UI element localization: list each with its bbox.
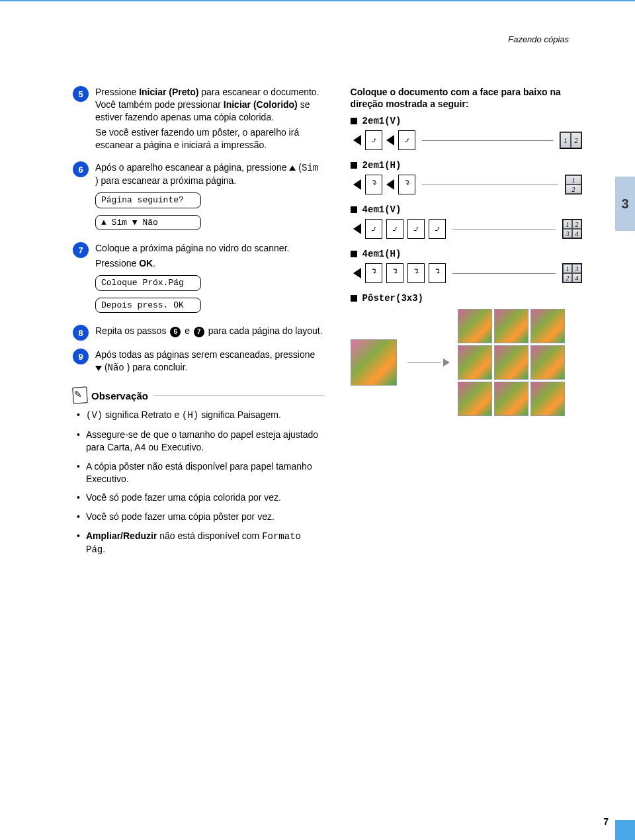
text: Após o aparelho escanear a página, press… <box>95 162 289 173</box>
text: . <box>103 544 105 554</box>
right-column: Coloque o documento com a face para baix… <box>351 86 582 563</box>
poster-tile <box>530 309 565 343</box>
step-9: 9 Após todas as páginas serem escaneadas… <box>73 349 324 377</box>
doc-icon: ⤴ <box>365 130 382 150</box>
poster-tile <box>494 382 529 416</box>
diagram-2em1v: ⤴ ⤴ 1 2 <box>353 130 582 150</box>
cell: 2 <box>571 132 581 148</box>
text: significa Paisagem. <box>201 409 281 420</box>
step-7: 7 Coloque a próxima página no vidro do s… <box>73 242 324 317</box>
option-poster: Pôster(3x3) <box>351 292 582 304</box>
option-4em1h: 4em1(H) <box>351 248 582 259</box>
text: Pressione <box>95 258 139 269</box>
lcd-display: Depois press. OK <box>95 298 201 314</box>
poster-tile <box>458 309 492 343</box>
poster-tile <box>458 345 492 380</box>
doc-icon: ⤴ <box>429 219 446 239</box>
cell: 1 <box>563 264 572 273</box>
option-label: 4em1(H) <box>362 249 402 259</box>
mono-text: Sim <box>302 163 318 173</box>
doc-icon: ⤴ <box>386 219 403 239</box>
doc-icon: ⤵ <box>407 263 425 283</box>
footer-bar <box>615 820 635 840</box>
step-5: 5 Pressione Iniciar (Preto) para escanea… <box>73 86 324 153</box>
left-column: 5 Pressione Iniciar (Preto) para escanea… <box>73 86 324 563</box>
layout-grid: 1 2 <box>560 132 582 149</box>
note-divider <box>153 396 324 396</box>
text: ) para concluir. <box>127 362 188 372</box>
cell: 3 <box>572 264 581 273</box>
page-content: 5 Pressione Iniciar (Preto) para escanea… <box>0 1 635 576</box>
cell: 2 <box>572 220 581 229</box>
left-arrow-icon <box>386 179 394 190</box>
poster-tile <box>494 345 529 380</box>
arrow-icon <box>405 358 450 366</box>
bullet-icon <box>351 118 357 124</box>
diagram-poster <box>351 309 582 416</box>
layout-grid: 1 2 <box>565 175 582 194</box>
cell: 1 <box>563 220 572 229</box>
layout-grid: 1 3 2 4 <box>562 263 582 283</box>
lcd-display: Coloque Próx.Pág <box>95 275 201 291</box>
doc-icon: ⤵ <box>365 263 382 283</box>
option-label: 2em1(V) <box>362 116 402 126</box>
bullet-icon <box>351 206 357 213</box>
option-2em1v: 2em1(V) <box>351 115 582 126</box>
text: Após todas as páginas serem escaneadas, … <box>95 349 315 360</box>
step-8: 8 Repita os passos 6 e 7 para cada págin… <box>73 325 324 341</box>
diagram-4em1h: ⤵ ⤵ ⤵ ⤵ 1 3 2 4 <box>353 263 582 283</box>
cell: 1 <box>560 132 571 148</box>
list-item: Você só pode fazer uma cópia colorida po… <box>77 491 324 504</box>
step-6: 6 Após o aparelho escanear a página, pre… <box>73 161 324 234</box>
note-title: Observação <box>91 390 148 401</box>
bullet-icon <box>351 251 357 257</box>
cell: 1 <box>566 175 581 185</box>
doc-icon: ⤴ <box>365 219 382 239</box>
doc-icon: ⤴ <box>398 130 415 150</box>
left-arrow-icon <box>353 135 361 146</box>
text: para cada página do layout. <box>208 325 323 336</box>
lcd-display: ▲ Sim ▼ Não <box>95 215 201 231</box>
text-bold: OK <box>139 258 153 269</box>
text-bold: Iniciar (Colorido) <box>224 99 298 110</box>
cell: 4 <box>572 229 581 238</box>
option-4em1v: 4em1(V) <box>351 204 582 215</box>
bullet-icon <box>351 295 357 302</box>
note-heading: Observação <box>73 389 324 403</box>
page-number: 7 <box>603 816 609 827</box>
step-number: 9 <box>73 349 89 364</box>
poster-tile <box>530 345 565 380</box>
step-number: 7 <box>73 242 89 258</box>
mono-text: (H) <box>182 410 198 421</box>
note-list: (V) significa Retrato e (H) significa Pa… <box>73 409 324 556</box>
doc-icon: ⤵ <box>429 263 446 283</box>
text-bold: Ampliar/Reduzir <box>86 530 157 541</box>
poster-tile <box>458 382 492 416</box>
step-number: 5 <box>73 86 89 102</box>
text: . <box>153 258 155 269</box>
left-arrow-icon <box>386 135 394 146</box>
left-arrow-icon <box>353 268 361 278</box>
mono-text: Não <box>108 362 124 373</box>
doc-icon: ⤵ <box>386 263 403 283</box>
option-label: 4em1(V) <box>362 204 402 215</box>
list-item: Assegure-se de que o tamanho do papel es… <box>77 429 324 454</box>
cell: 4 <box>572 273 581 282</box>
poster-grid <box>458 309 565 416</box>
option-label: 2em1(H) <box>362 160 402 171</box>
lcd-display: Página seguinte? <box>95 192 201 208</box>
poster-tile <box>494 309 529 343</box>
note-icon <box>73 389 87 403</box>
right-heading: Coloque o documento com a face para baix… <box>351 86 582 110</box>
list-item: Ampliar/Reduzir não está disponível com … <box>77 530 324 556</box>
text: significa Retrato e <box>105 409 182 420</box>
left-arrow-icon <box>353 224 361 234</box>
text: não está disponível com <box>159 530 262 541</box>
text-bold: Iniciar (Preto) <box>139 87 198 97</box>
step-number: 6 <box>73 161 89 177</box>
option-2em1h: 2em1(H) <box>351 159 582 171</box>
mono-text: (V) <box>86 410 103 421</box>
step-ref: 6 <box>170 327 181 337</box>
down-arrow-icon <box>95 362 102 372</box>
doc-icon: ⤵ <box>365 175 382 194</box>
